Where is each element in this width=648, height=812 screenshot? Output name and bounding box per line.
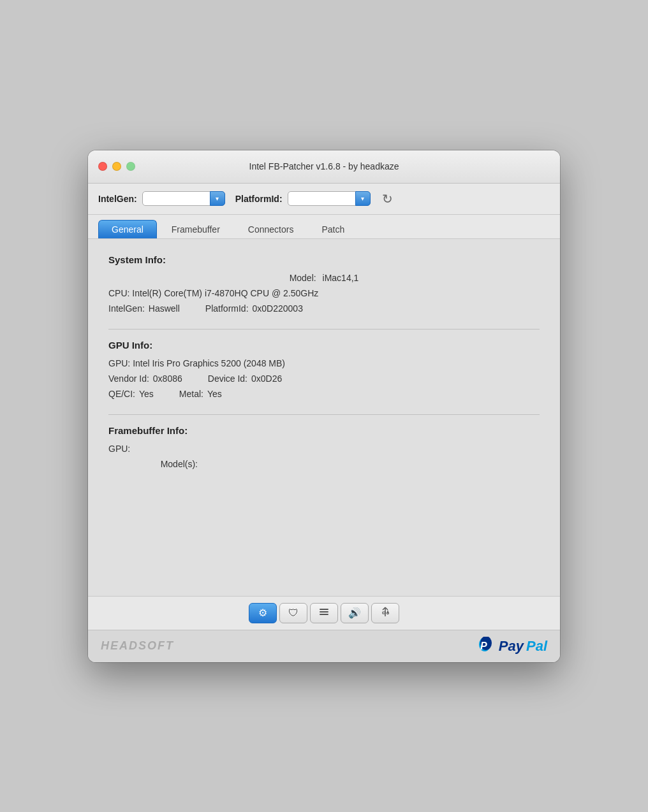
platformid-select[interactable] bbox=[288, 191, 371, 206]
refresh-button[interactable]: ↻ bbox=[381, 190, 394, 208]
tab-patch[interactable]: Patch bbox=[308, 220, 358, 238]
usb-button[interactable] bbox=[371, 603, 399, 623]
platformid-group: PlatformId: ▾ bbox=[235, 191, 371, 206]
shield-icon: 🛡 bbox=[288, 607, 298, 619]
system-intelgen-value: Haswell bbox=[149, 303, 180, 314]
platformid-pair: PlatformId: 0x0D220003 bbox=[205, 303, 303, 314]
svg-rect-1 bbox=[320, 611, 328, 613]
gpu-info-section: GPU Info: GPU: Intel Iris Pro Graphics 5… bbox=[108, 340, 540, 399]
platformid-label: PlatformId: bbox=[235, 194, 283, 204]
tab-general[interactable]: General bbox=[98, 220, 157, 238]
gpu-label: GPU: bbox=[108, 358, 130, 368]
fb-gpu-label: GPU: bbox=[108, 444, 130, 454]
cpu-label: CPU: bbox=[108, 288, 129, 298]
gpu-value: Intel Iris Pro Graphics 5200 (2048 MB) bbox=[133, 358, 285, 368]
system-platformid-value: 0x0D220003 bbox=[253, 303, 303, 314]
layers-button[interactable] bbox=[310, 603, 338, 623]
vendor-device-row: Vendor Id: 0x8086 Device Id: 0x0D26 bbox=[108, 373, 540, 384]
vendor-pair: Vendor Id: 0x8086 bbox=[108, 373, 182, 384]
metal-pair: Metal: Yes bbox=[179, 389, 222, 399]
gpu-row: GPU: Intel Iris Pro Graphics 5200 (2048 … bbox=[108, 358, 540, 368]
shield-button[interactable]: 🛡 bbox=[279, 603, 307, 623]
footer: HEADSOFT P PayPal bbox=[88, 630, 560, 662]
svg-rect-0 bbox=[320, 609, 328, 610]
vendor-label: Vendor Id: bbox=[108, 373, 149, 384]
svg-text:P: P bbox=[480, 641, 487, 651]
paypal-text-2: Pal bbox=[526, 638, 547, 655]
svg-rect-6 bbox=[383, 612, 385, 614]
usb-icon bbox=[379, 606, 391, 620]
cpu-value: Intel(R) Core(TM) i7-4870HQ CPU @ 2.50GH… bbox=[132, 288, 318, 298]
close-button[interactable] bbox=[98, 162, 107, 171]
model-label: Model: bbox=[290, 273, 316, 283]
minimize-button[interactable] bbox=[112, 162, 121, 171]
divider-2 bbox=[108, 414, 540, 415]
bottom-toolbar: ⚙ 🛡 🔊 bbox=[88, 596, 560, 630]
intelgen-select-wrapper: ▾ bbox=[142, 191, 225, 206]
window-title: Intel FB-Patcher v1.6.8 - by headkaze bbox=[249, 161, 399, 171]
vendor-value: 0x8086 bbox=[153, 373, 182, 384]
metal-label: Metal: bbox=[179, 389, 203, 399]
cpu-row: CPU: Intel(R) Core(TM) i7-4870HQ CPU @ 2… bbox=[108, 288, 540, 298]
intelgen-group: IntelGen: ▾ bbox=[98, 191, 225, 206]
framebuffer-info-section: Framebuffer Info: GPU: Model(s): bbox=[108, 425, 540, 469]
tab-connectors[interactable]: Connectors bbox=[235, 220, 307, 238]
framebuffer-info-title: Framebuffer Info: bbox=[108, 425, 540, 436]
metal-value: Yes bbox=[207, 389, 222, 399]
device-label: Device Id: bbox=[208, 373, 247, 384]
main-content: System Info: Model: iMac14,1 CPU: Intel(… bbox=[88, 239, 560, 596]
audio-icon: 🔊 bbox=[348, 607, 361, 619]
qeci-metal-row: QE/CI: Yes Metal: Yes bbox=[108, 389, 540, 399]
headsoft-logo: HEADSOFT bbox=[101, 639, 174, 653]
qeci-pair: QE/CI: Yes bbox=[108, 389, 154, 399]
settings-icon: ⚙ bbox=[258, 607, 267, 619]
system-intelgen-label: IntelGen: bbox=[108, 303, 145, 314]
system-info-title: System Info: bbox=[108, 254, 540, 265]
traffic-lights bbox=[98, 162, 135, 171]
intelgen-platformid-row: IntelGen: Haswell PlatformId: 0x0D220003 bbox=[108, 303, 540, 314]
audio-button[interactable]: 🔊 bbox=[341, 603, 369, 623]
qeci-value: Yes bbox=[139, 389, 154, 399]
paypal-logo: P PayPal bbox=[477, 637, 547, 656]
svg-rect-2 bbox=[320, 614, 328, 615]
paypal-icon: P bbox=[477, 637, 496, 656]
system-info-section: System Info: Model: iMac14,1 CPU: Intel(… bbox=[108, 254, 540, 314]
platformid-select-wrapper: ▾ bbox=[288, 191, 371, 206]
fb-models-row: Model(s): bbox=[108, 459, 540, 469]
main-window: Intel FB-Patcher v1.6.8 - by headkaze In… bbox=[88, 150, 560, 662]
model-row: Model: iMac14,1 bbox=[108, 273, 540, 283]
system-platformid-label: PlatformId: bbox=[205, 303, 249, 314]
settings-button[interactable]: ⚙ bbox=[249, 603, 277, 623]
device-value: 0x0D26 bbox=[251, 373, 282, 384]
divider-1 bbox=[108, 329, 540, 330]
titlebar: Intel FB-Patcher v1.6.8 - by headkaze bbox=[88, 150, 560, 184]
maximize-button[interactable] bbox=[126, 162, 135, 171]
fb-gpu-row: GPU: bbox=[108, 444, 540, 454]
gpu-info-title: GPU Info: bbox=[108, 340, 540, 351]
intelgen-pair: IntelGen: Haswell bbox=[108, 303, 180, 314]
layers-icon bbox=[318, 606, 330, 620]
model-value: iMac14,1 bbox=[323, 273, 359, 283]
paypal-text: Pay bbox=[499, 638, 524, 655]
intelgen-select[interactable] bbox=[142, 191, 225, 206]
qeci-label: QE/CI: bbox=[108, 389, 135, 399]
toolbar: IntelGen: ▾ PlatformId: ▾ ↻ bbox=[88, 184, 560, 215]
device-pair: Device Id: 0x0D26 bbox=[208, 373, 283, 384]
tab-bar: General Framebuffer Connectors Patch bbox=[88, 215, 560, 239]
fb-models-label: Model(s): bbox=[147, 459, 198, 469]
intelgen-label: IntelGen: bbox=[98, 194, 137, 204]
tab-framebuffer[interactable]: Framebuffer bbox=[158, 220, 233, 238]
